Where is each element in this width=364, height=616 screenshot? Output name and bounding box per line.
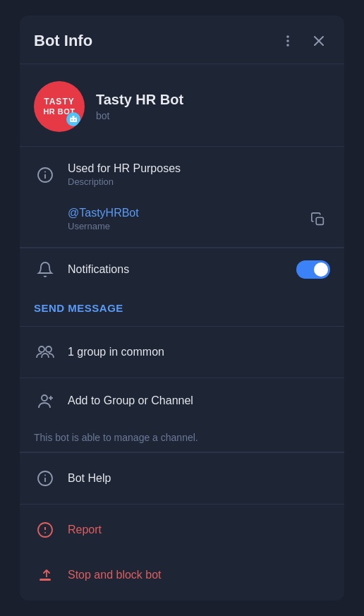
panel-header: Bot Info (20, 16, 344, 64)
bot-type: bot (96, 110, 183, 121)
more-options-button[interactable] (277, 30, 299, 52)
notifications-toggle[interactable] (296, 260, 330, 279)
toggle-thumb (314, 262, 328, 277)
svg-rect-26 (40, 579, 51, 581)
username-content: @TastyHRBot Username (68, 207, 295, 231)
header-icons (277, 30, 330, 52)
username-spacer (34, 208, 56, 231)
bell-icon (34, 258, 56, 281)
svg-rect-14 (316, 217, 323, 224)
svg-point-1 (286, 40, 289, 42)
svg-point-17 (42, 395, 47, 401)
bot-help-label: Bot Help (68, 472, 111, 485)
bot-help-row[interactable]: Bot Help (20, 456, 344, 501)
svg-point-16 (46, 346, 51, 352)
block-label: Stop and block bot (68, 569, 162, 581)
avatar-text-line1: TASTY (44, 97, 74, 107)
svg-rect-8 (73, 116, 75, 118)
bot-manage-note: This bot is able to manage a channel. (20, 423, 344, 452)
bot-name: Tasty HR Bot (96, 92, 183, 108)
copy-username-button[interactable] (306, 207, 330, 231)
svg-point-2 (286, 44, 289, 47)
avatar-bot-icon (66, 112, 80, 126)
svg-rect-5 (70, 118, 77, 122)
add-to-group-row[interactable]: Add to Group or Channel (20, 378, 344, 423)
send-message-section: SEND MESSAGE (20, 291, 344, 327)
report-row[interactable]: Report (20, 507, 344, 552)
svg-point-22 (44, 475, 46, 476)
add-to-group-section: Add to Group or Channel This bot is able… (20, 378, 344, 453)
svg-point-0 (286, 35, 289, 38)
avatar-section: TASTY HR BOT Tasty HR Bot bot (20, 64, 344, 147)
info-circle-icon (34, 164, 56, 186)
svg-point-7 (74, 119, 75, 121)
svg-point-25 (44, 532, 46, 533)
block-row[interactable]: Stop and block bot (20, 552, 344, 598)
block-icon (34, 564, 56, 586)
avatar: TASTY HR BOT (34, 81, 85, 132)
report-icon (34, 519, 56, 541)
description-content: Used for HR Purposes Description (68, 162, 330, 187)
danger-section: Report Stop and block bot (20, 505, 344, 600)
svg-point-6 (71, 119, 73, 121)
panel-title: Bot Info (34, 32, 277, 50)
username-sub: Username (68, 221, 295, 231)
username-main[interactable]: @TastyHRBot (68, 207, 295, 219)
description-sub: Description (68, 176, 330, 187)
username-row: @TastyHRBot Username (20, 197, 344, 241)
bot-info-panel: Bot Info TASTY HR BOT (20, 16, 344, 600)
info-section: Used for HR Purposes Description @TastyH… (20, 147, 344, 248)
svg-point-15 (39, 346, 44, 352)
description-main: Used for HR Purposes (68, 162, 330, 175)
notifications-label: Notifications (68, 263, 285, 276)
add-person-icon (34, 389, 56, 412)
report-label: Report (68, 524, 102, 536)
add-to-group-label: Add to Group or Channel (68, 394, 193, 407)
close-button[interactable] (308, 30, 330, 52)
svg-point-13 (44, 171, 46, 172)
description-row: Used for HR Purposes Description (20, 152, 344, 197)
bot-name-section: Tasty HR Bot bot (96, 92, 183, 121)
group-icon (34, 341, 56, 363)
bot-help-section: Bot Help (20, 453, 344, 505)
common-groups-row[interactable]: 1 group in common (20, 330, 344, 375)
send-message-button[interactable]: SEND MESSAGE (34, 302, 123, 314)
bot-help-icon (34, 467, 56, 490)
common-groups-label: 1 group in common (68, 346, 164, 358)
notifications-row: Notifications (20, 248, 344, 291)
common-groups-section: 1 group in common (20, 327, 344, 378)
